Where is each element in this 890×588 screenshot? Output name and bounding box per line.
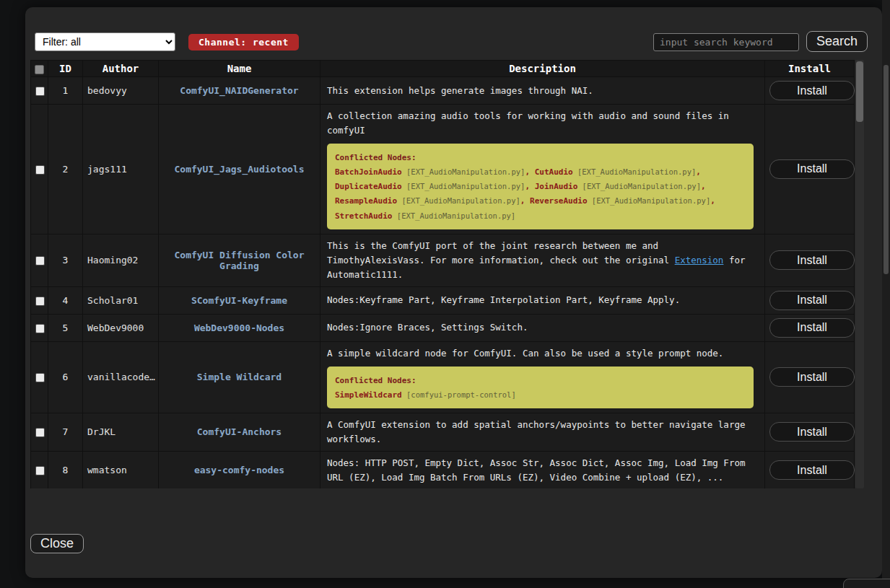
node-author: WebDev9000	[83, 314, 159, 341]
install-cell: Install	[765, 77, 855, 105]
conflict-box: Conflicted Nodes:BatchJoinAudio [EXT_Aud…	[327, 144, 754, 229]
node-description-cell: Nodes: HTTP POST, Empty Dict, Assoc Str,…	[320, 451, 765, 488]
node-description: This is the ComfyUI port of the joint re…	[327, 239, 758, 282]
conflict-separator: ,	[701, 182, 706, 191]
node-name-cell: Simple Wildcard	[159, 341, 320, 413]
row-checkbox-cell	[31, 341, 48, 413]
node-name-link[interactable]: WebDev9000-Nodes	[194, 322, 284, 333]
node-id: 4	[48, 286, 83, 314]
conflict-separator: ,	[525, 182, 534, 191]
page-scrollbar-thumb[interactable]	[884, 65, 889, 274]
node-author: DrJKL	[83, 413, 159, 451]
node-description: A ComfyUI extension to add spatial ancho…	[327, 418, 758, 447]
header-name: Name	[159, 61, 320, 77]
node-description: A simple wildcard node for ComfyUI. Can …	[327, 346, 758, 361]
table-scrollbar-thumb[interactable]	[856, 61, 863, 122]
header-author: Author	[83, 61, 159, 77]
row-checkbox[interactable]	[35, 428, 45, 437]
table-row: 5 WebDev9000 WebDev9000-Nodes Nodes:Igno…	[31, 314, 855, 341]
conflict-separator: ,	[710, 196, 715, 206]
conflict-node-name: ResampleAudio	[335, 196, 397, 206]
header-install: Install	[765, 61, 855, 77]
conflict-node-source: [EXT_AudioManipulation.py]	[577, 182, 701, 190]
row-checkbox[interactable]	[35, 87, 45, 96]
node-description-cell: Nodes:Ignore Braces, Settings Switch.	[320, 314, 765, 341]
node-id: 2	[48, 105, 83, 234]
node-name-link[interactable]: ComfyUI Diffusion Color Grading	[174, 250, 304, 271]
table-scrollbar[interactable]	[855, 60, 864, 488]
conflict-title: Conflicted Nodes:	[335, 376, 416, 385]
row-checkbox-cell	[31, 314, 48, 341]
channel-badge[interactable]: Channel: recent	[188, 34, 299, 51]
node-author: Scholar01	[83, 286, 159, 314]
install-cell: Install	[765, 413, 855, 451]
node-name-link[interactable]: Simple Wildcard	[197, 372, 282, 382]
description-link[interactable]: Extension	[675, 255, 724, 266]
node-name-link[interactable]: ComfyUI_Jags_Audiotools	[174, 164, 304, 175]
node-name-link[interactable]: ComfyUI_NAIDGenerator	[180, 85, 298, 96]
node-id: 5	[48, 314, 83, 341]
node-author: vanillacode…	[83, 341, 159, 413]
header-id: ID	[48, 61, 83, 77]
conflict-node-name: DuplicateAudio	[335, 182, 402, 191]
install-cell: Install	[765, 341, 855, 413]
install-button[interactable]: Install	[769, 250, 855, 270]
install-cell: Install	[765, 314, 855, 341]
close-button[interactable]: Close	[30, 534, 84, 553]
conflict-node-name: CutAudio	[535, 167, 573, 177]
conflict-title: Conflicted Nodes:	[335, 153, 416, 162]
conflict-node-name: JoinAudio	[535, 182, 578, 191]
row-checkbox[interactable]	[35, 466, 45, 475]
node-name-link[interactable]: ComfyUI-Anchors	[197, 426, 282, 437]
row-checkbox[interactable]	[35, 256, 45, 266]
conflict-node-source: [EXT_AudioManipulation.py]	[397, 196, 520, 205]
select-all-checkbox[interactable]	[35, 65, 44, 74]
row-checkbox[interactable]	[35, 324, 45, 333]
conflict-box: Conflicted Nodes:SimpleWildcard [comfyui…	[327, 367, 754, 408]
conflict-node-source: [EXT_AudioManipulation.py]	[402, 182, 525, 190]
install-cell: Install	[765, 286, 855, 314]
install-button[interactable]: Install	[769, 460, 855, 480]
node-author: bedovyy	[83, 77, 159, 105]
node-id: 1	[48, 77, 83, 105]
search-input[interactable]	[653, 33, 799, 51]
row-checkbox-cell	[31, 413, 48, 451]
table-header-row: ID Author Name Description Install	[31, 61, 855, 77]
conflict-node-name: StretchAudio	[335, 211, 392, 221]
table-row: 8 wmatson easy-comfy-nodes Nodes: HTTP P…	[31, 451, 855, 488]
node-description: Nodes:Keyframe Part, Keyframe Interpolat…	[327, 293, 758, 307]
node-name-link[interactable]: SComfyUI-Keyframe	[191, 295, 287, 306]
node-id: 8	[48, 451, 83, 488]
conflict-separator: ,	[520, 196, 530, 206]
header-description: Description	[320, 61, 765, 77]
node-name-link[interactable]: easy-comfy-nodes	[194, 465, 284, 475]
install-button[interactable]: Install	[769, 81, 855, 100]
install-button[interactable]: Install	[769, 422, 855, 442]
install-button[interactable]: Install	[769, 367, 855, 387]
table-row: 4 Scholar01 SComfyUI-Keyframe Nodes:Keyf…	[31, 286, 855, 314]
background-dialog-fragment	[843, 579, 890, 588]
conflict-node-source: [EXT_AudioManipulation.py]	[392, 211, 515, 220]
row-checkbox-cell	[31, 451, 48, 488]
install-button[interactable]: Install	[769, 291, 855, 310]
search-button[interactable]: Search	[806, 31, 868, 52]
filter-select[interactable]: Filter: all	[35, 32, 175, 51]
page-scrollbar[interactable]	[882, 0, 890, 588]
table-row: 3 Haoming02 ComfyUI Diffusion Color Grad…	[31, 234, 855, 286]
install-button[interactable]: Install	[769, 318, 855, 338]
node-table-container: ID Author Name Description Install 1 bed…	[30, 60, 864, 488]
node-name-cell: ComfyUI_Jags_Audiotools	[159, 105, 320, 234]
node-description-cell: A simple wildcard node for ComfyUI. Can …	[320, 341, 765, 413]
row-checkbox[interactable]	[35, 373, 45, 382]
install-button[interactable]: Install	[769, 159, 855, 179]
node-name-cell: SComfyUI-Keyframe	[159, 286, 320, 314]
install-cell: Install	[765, 105, 855, 234]
conflict-node-name: SimpleWildcard	[335, 390, 402, 400]
row-checkbox[interactable]	[35, 165, 45, 175]
row-checkbox-cell	[31, 105, 48, 234]
node-name-cell: ComfyUI-Anchors	[159, 413, 320, 451]
row-checkbox[interactable]	[35, 297, 45, 306]
node-author: jags111	[83, 105, 159, 234]
conflict-node-source: [EXT_AudioManipulation.py]	[573, 167, 697, 176]
node-description-cell: Nodes:Keyframe Part, Keyframe Interpolat…	[320, 286, 765, 314]
